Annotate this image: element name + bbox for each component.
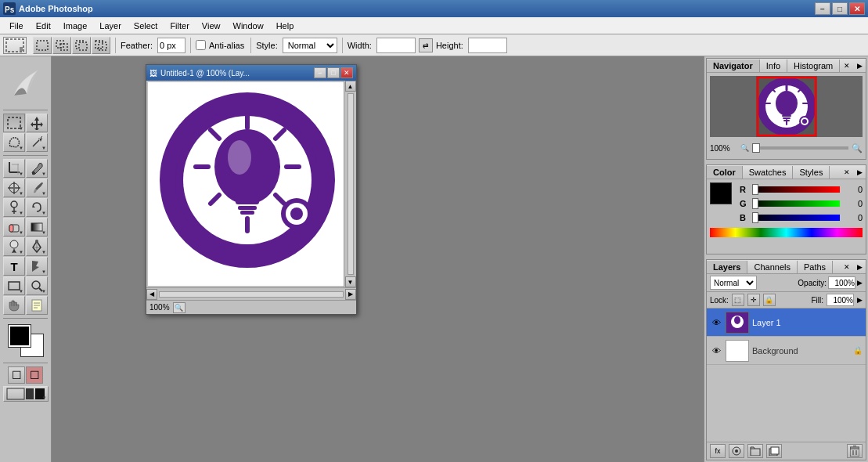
new-layer-btn[interactable]: [766, 444, 782, 458]
menu-select[interactable]: Select: [128, 17, 164, 34]
type-tool[interactable]: T: [3, 257, 25, 276]
menu-view[interactable]: View: [196, 17, 227, 34]
fill-input[interactable]: [827, 294, 854, 306]
zoom-out-btn[interactable]: 🔍: [173, 302, 185, 313]
scroll-right[interactable]: ▶: [345, 289, 356, 300]
doc-vscrollbar[interactable]: ▲ ▼: [344, 81, 356, 287]
navigator-preview: [710, 76, 863, 137]
close-button[interactable]: ✕: [849, 2, 865, 15]
color-spectrum[interactable]: [710, 228, 863, 237]
navigator-panel-close[interactable]: ✕: [841, 60, 853, 72]
layer-item-background[interactable]: 👁 Background 🔒: [707, 337, 866, 365]
svg-point-57: [228, 140, 251, 175]
tab-channels[interactable]: Channels: [747, 261, 797, 273]
crop-tool[interactable]: ▼: [3, 159, 25, 178]
new-selection[interactable]: [33, 37, 52, 54]
path-select-tool[interactable]: ▼: [26, 257, 48, 276]
r-slider[interactable]: [752, 186, 840, 193]
heal-tool[interactable]: ▼: [3, 179, 25, 197]
layers-panel-menu[interactable]: ▶: [853, 261, 866, 273]
lock-pixels[interactable]: ⬚: [732, 294, 744, 306]
delete-layer-btn[interactable]: [847, 444, 863, 458]
menu-image[interactable]: Image: [57, 17, 94, 34]
foreground-color[interactable]: [9, 325, 31, 347]
scroll-track-v[interactable]: [348, 93, 354, 275]
b-slider[interactable]: [752, 215, 840, 221]
tab-histogram[interactable]: Histogram: [787, 60, 840, 72]
feather-input[interactable]: [157, 38, 185, 53]
tool-preset-selector[interactable]: [3, 37, 27, 54]
doc-close[interactable]: ✕: [340, 67, 353, 78]
eyedropper-tool[interactable]: ▼: [26, 159, 48, 178]
layers-panel-close[interactable]: ✕: [841, 261, 853, 273]
tab-info[interactable]: Info: [760, 60, 787, 72]
tab-styles[interactable]: Styles: [793, 166, 830, 179]
hand-tool[interactable]: [3, 296, 25, 315]
eraser-tool[interactable]: ▼: [3, 218, 25, 236]
menu-layer[interactable]: Layer: [93, 17, 128, 34]
lock-all[interactable]: 🔒: [763, 294, 776, 306]
tab-swatches[interactable]: Swatches: [743, 166, 794, 179]
navigator-panel-menu[interactable]: ▶: [853, 60, 866, 72]
new-group-btn[interactable]: [747, 444, 763, 458]
intersect-selection[interactable]: [92, 37, 110, 54]
screen-mode-btn[interactable]: ▼: [3, 386, 49, 402]
scroll-up[interactable]: ▲: [345, 81, 356, 92]
scroll-left[interactable]: ◀: [146, 289, 157, 300]
doc-maximize[interactable]: □: [327, 67, 340, 78]
clone-tool[interactable]: ▼: [3, 198, 25, 217]
swap-dimensions-button[interactable]: ⇄: [419, 38, 433, 52]
zoom-tool[interactable]: ▼: [26, 276, 48, 295]
height-input[interactable]: [468, 38, 507, 53]
tab-color[interactable]: Color: [707, 166, 743, 179]
add-fx-btn[interactable]: fx: [710, 444, 726, 458]
zoom-slider[interactable]: [752, 146, 848, 150]
blend-mode-select[interactable]: Normal Dissolve Multiply Screen: [710, 276, 757, 290]
menu-window[interactable]: Window: [227, 17, 270, 34]
menu-help[interactable]: Help: [270, 17, 301, 34]
menu-filter[interactable]: Filter: [164, 17, 195, 34]
color-panel-menu[interactable]: ▶: [853, 166, 866, 179]
tab-navigator[interactable]: Navigator: [707, 60, 760, 72]
zoom-in-icon[interactable]: 🔍: [852, 143, 863, 153]
dodge-tool[interactable]: ▼: [3, 237, 25, 256]
style-select[interactable]: Normal Fixed Ratio Fixed Size: [283, 38, 337, 53]
add-mask-btn[interactable]: [729, 444, 744, 458]
maximize-button[interactable]: □: [832, 2, 848, 15]
opacity-input[interactable]: [828, 276, 855, 289]
opacity-arrow[interactable]: ▶: [857, 279, 863, 287]
move-tool[interactable]: [26, 114, 48, 132]
active-color-swatch[interactable]: [710, 182, 732, 204]
brush-tool[interactable]: ▼: [26, 179, 48, 197]
shape-tool[interactable]: ▼: [3, 276, 25, 295]
fill-arrow[interactable]: ▶: [857, 296, 863, 304]
menu-edit[interactable]: Edit: [30, 17, 57, 34]
minimize-button[interactable]: −: [815, 2, 830, 15]
layer-visibility-bg[interactable]: 👁: [710, 345, 722, 357]
history-brush-tool[interactable]: ▼: [26, 198, 48, 217]
marquee-tool[interactable]: ▼: [3, 114, 25, 132]
tab-layers[interactable]: Layers: [707, 261, 747, 273]
magic-wand-tool[interactable]: ▼: [26, 133, 48, 152]
add-selection[interactable]: [52, 37, 71, 54]
tab-paths[interactable]: Paths: [798, 261, 833, 273]
anti-alias-checkbox[interactable]: [196, 40, 206, 50]
lock-position[interactable]: ✛: [747, 294, 760, 306]
standard-mode[interactable]: ☐: [8, 366, 25, 384]
subtract-selection[interactable]: [72, 37, 91, 54]
g-slider[interactable]: [752, 200, 840, 207]
doc-minimize[interactable]: −: [314, 67, 326, 78]
quick-mask-mode[interactable]: ☐: [26, 366, 43, 384]
pen-tool[interactable]: ▼: [26, 237, 48, 256]
scroll-down[interactable]: ▼: [345, 276, 356, 287]
width-input[interactable]: [376, 38, 416, 53]
zoom-out-icon[interactable]: 🔍: [740, 144, 749, 152]
layer-visibility-1[interactable]: 👁: [710, 316, 722, 329]
scroll-track-h[interactable]: [159, 291, 344, 298]
color-panel-close[interactable]: ✕: [841, 166, 853, 179]
lasso-tool[interactable]: ▼: [3, 133, 25, 152]
notes-tool[interactable]: [26, 296, 48, 315]
layer-item-1[interactable]: 👁 Layer 1: [707, 309, 866, 337]
menu-file[interactable]: File: [3, 17, 30, 34]
gradient-tool[interactable]: ▼: [26, 218, 48, 236]
